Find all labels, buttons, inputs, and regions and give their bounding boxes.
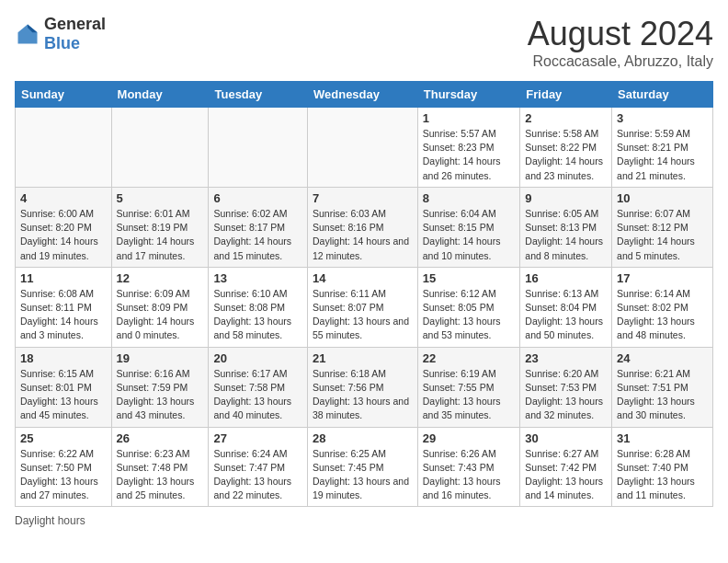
- logo-text: General Blue: [44, 15, 106, 53]
- header-friday: Friday: [520, 82, 612, 108]
- daylight-hours-label: Daylight hours: [15, 514, 85, 527]
- day-number: 2: [525, 111, 607, 125]
- day-info: Sunrise: 6:14 AM Sunset: 8:02 PM Dayligh…: [617, 287, 708, 343]
- header-thursday: Thursday: [417, 82, 520, 108]
- logo-general: General: [44, 15, 106, 33]
- header-monday: Monday: [111, 82, 209, 108]
- calendar-cell: 19Sunrise: 6:16 AM Sunset: 7:59 PM Dayli…: [111, 347, 209, 427]
- calendar-cell: 6Sunrise: 6:02 AM Sunset: 8:17 PM Daylig…: [209, 187, 308, 267]
- week-row-1: 1Sunrise: 5:57 AM Sunset: 8:23 PM Daylig…: [16, 108, 713, 188]
- calendar-cell: 7Sunrise: 6:03 AM Sunset: 8:16 PM Daylig…: [307, 187, 417, 267]
- day-info: Sunrise: 6:00 AM Sunset: 8:20 PM Dayligh…: [20, 207, 107, 263]
- day-info: Sunrise: 6:16 AM Sunset: 7:59 PM Dayligh…: [117, 367, 204, 423]
- calendar-cell: 15Sunrise: 6:12 AM Sunset: 8:05 PM Dayli…: [417, 267, 520, 347]
- day-number: 28: [313, 431, 413, 445]
- day-number: 3: [617, 111, 708, 125]
- week-row-4: 18Sunrise: 6:15 AM Sunset: 8:01 PM Dayli…: [16, 347, 713, 427]
- day-number: 19: [117, 351, 204, 365]
- calendar-cell: 27Sunrise: 6:24 AM Sunset: 7:47 PM Dayli…: [209, 427, 308, 507]
- day-info: Sunrise: 6:10 AM Sunset: 8:08 PM Dayligh…: [213, 287, 302, 343]
- calendar-table: SundayMondayTuesdayWednesdayThursdayFrid…: [15, 81, 713, 507]
- day-number: 31: [617, 431, 708, 445]
- day-info: Sunrise: 6:21 AM Sunset: 7:51 PM Dayligh…: [617, 367, 708, 423]
- day-info: Sunrise: 6:19 AM Sunset: 7:55 PM Dayligh…: [423, 367, 516, 423]
- header-sunday: Sunday: [16, 82, 112, 108]
- calendar-cell: [209, 108, 308, 188]
- day-info: Sunrise: 6:05 AM Sunset: 8:13 PM Dayligh…: [525, 207, 607, 263]
- day-number: 1: [423, 111, 516, 125]
- day-number: 24: [617, 351, 708, 365]
- day-info: Sunrise: 6:13 AM Sunset: 8:04 PM Dayligh…: [525, 287, 607, 343]
- day-number: 22: [423, 351, 516, 365]
- calendar-title: August 2024: [528, 15, 713, 53]
- day-info: Sunrise: 5:58 AM Sunset: 8:22 PM Dayligh…: [525, 127, 607, 183]
- day-number: 27: [213, 431, 302, 445]
- calendar-cell: 23Sunrise: 6:20 AM Sunset: 7:53 PM Dayli…: [520, 347, 612, 427]
- day-number: 16: [525, 271, 607, 285]
- day-number: 25: [20, 431, 107, 445]
- calendar-cell: 8Sunrise: 6:04 AM Sunset: 8:15 PM Daylig…: [417, 187, 520, 267]
- week-row-2: 4Sunrise: 6:00 AM Sunset: 8:20 PM Daylig…: [16, 187, 713, 267]
- day-info: Sunrise: 6:15 AM Sunset: 8:01 PM Dayligh…: [20, 367, 107, 423]
- calendar-cell: 18Sunrise: 6:15 AM Sunset: 8:01 PM Dayli…: [16, 347, 112, 427]
- calendar-subtitle: Roccacasale, Abruzzo, Italy: [528, 53, 713, 70]
- calendar-cell: [16, 108, 112, 188]
- title-block: August 2024 Roccacasale, Abruzzo, Italy: [528, 15, 713, 70]
- calendar-cell: 11Sunrise: 6:08 AM Sunset: 8:11 PM Dayli…: [16, 267, 112, 347]
- calendar-cell: 2Sunrise: 5:58 AM Sunset: 8:22 PM Daylig…: [520, 108, 612, 188]
- day-info: Sunrise: 5:57 AM Sunset: 8:23 PM Dayligh…: [423, 127, 516, 183]
- calendar-cell: 26Sunrise: 6:23 AM Sunset: 7:48 PM Dayli…: [111, 427, 209, 507]
- day-info: Sunrise: 6:09 AM Sunset: 8:09 PM Dayligh…: [117, 287, 204, 343]
- day-number: 15: [423, 271, 516, 285]
- day-info: Sunrise: 6:02 AM Sunset: 8:17 PM Dayligh…: [213, 207, 302, 263]
- day-info: Sunrise: 6:23 AM Sunset: 7:48 PM Dayligh…: [117, 447, 204, 503]
- day-info: Sunrise: 6:22 AM Sunset: 7:50 PM Dayligh…: [20, 447, 107, 503]
- day-info: Sunrise: 6:27 AM Sunset: 7:42 PM Dayligh…: [525, 447, 607, 503]
- day-info: Sunrise: 6:28 AM Sunset: 7:40 PM Dayligh…: [617, 447, 708, 503]
- day-info: Sunrise: 5:59 AM Sunset: 8:21 PM Dayligh…: [617, 127, 708, 183]
- logo-blue: Blue: [44, 34, 80, 52]
- calendar-cell: 13Sunrise: 6:10 AM Sunset: 8:08 PM Dayli…: [209, 267, 308, 347]
- calendar-cell: 1Sunrise: 5:57 AM Sunset: 8:23 PM Daylig…: [417, 108, 520, 188]
- logo: General Blue: [15, 15, 106, 53]
- day-info: Sunrise: 6:25 AM Sunset: 7:45 PM Dayligh…: [313, 447, 413, 503]
- day-number: 10: [617, 191, 708, 205]
- calendar-cell: 14Sunrise: 6:11 AM Sunset: 8:07 PM Dayli…: [307, 267, 417, 347]
- day-info: Sunrise: 6:24 AM Sunset: 7:47 PM Dayligh…: [213, 447, 302, 503]
- day-number: 20: [213, 351, 302, 365]
- calendar-cell: 21Sunrise: 6:18 AM Sunset: 7:56 PM Dayli…: [307, 347, 417, 427]
- day-number: 26: [117, 431, 204, 445]
- day-number: 9: [525, 191, 607, 205]
- day-number: 4: [20, 191, 107, 205]
- calendar-cell: 3Sunrise: 5:59 AM Sunset: 8:21 PM Daylig…: [612, 108, 713, 188]
- calendar-header-row: SundayMondayTuesdayWednesdayThursdayFrid…: [16, 82, 713, 108]
- calendar-cell: 28Sunrise: 6:25 AM Sunset: 7:45 PM Dayli…: [307, 427, 417, 507]
- calendar-cell: 4Sunrise: 6:00 AM Sunset: 8:20 PM Daylig…: [16, 187, 112, 267]
- calendar-cell: 22Sunrise: 6:19 AM Sunset: 7:55 PM Dayli…: [417, 347, 520, 427]
- header-tuesday: Tuesday: [209, 82, 308, 108]
- calendar-cell: 16Sunrise: 6:13 AM Sunset: 8:04 PM Dayli…: [520, 267, 612, 347]
- day-number: 7: [313, 191, 413, 205]
- day-number: 14: [313, 271, 413, 285]
- day-number: 8: [423, 191, 516, 205]
- day-info: Sunrise: 6:03 AM Sunset: 8:16 PM Dayligh…: [313, 207, 413, 263]
- day-info: Sunrise: 6:17 AM Sunset: 7:58 PM Dayligh…: [213, 367, 302, 423]
- day-number: 12: [117, 271, 204, 285]
- day-number: 23: [525, 351, 607, 365]
- calendar-cell: 12Sunrise: 6:09 AM Sunset: 8:09 PM Dayli…: [111, 267, 209, 347]
- day-number: 29: [423, 431, 516, 445]
- day-info: Sunrise: 6:01 AM Sunset: 8:19 PM Dayligh…: [117, 207, 204, 263]
- calendar-cell: 25Sunrise: 6:22 AM Sunset: 7:50 PM Dayli…: [16, 427, 112, 507]
- day-info: Sunrise: 6:11 AM Sunset: 8:07 PM Dayligh…: [313, 287, 413, 343]
- header-wednesday: Wednesday: [307, 82, 417, 108]
- day-info: Sunrise: 6:08 AM Sunset: 8:11 PM Dayligh…: [20, 287, 107, 343]
- calendar-cell: 20Sunrise: 6:17 AM Sunset: 7:58 PM Dayli…: [209, 347, 308, 427]
- day-info: Sunrise: 6:20 AM Sunset: 7:53 PM Dayligh…: [525, 367, 607, 423]
- calendar-cell: 5Sunrise: 6:01 AM Sunset: 8:19 PM Daylig…: [111, 187, 209, 267]
- week-row-5: 25Sunrise: 6:22 AM Sunset: 7:50 PM Dayli…: [16, 427, 713, 507]
- day-number: 18: [20, 351, 107, 365]
- day-number: 21: [313, 351, 413, 365]
- week-row-3: 11Sunrise: 6:08 AM Sunset: 8:11 PM Dayli…: [16, 267, 713, 347]
- day-info: Sunrise: 6:26 AM Sunset: 7:43 PM Dayligh…: [423, 447, 516, 503]
- day-info: Sunrise: 6:04 AM Sunset: 8:15 PM Dayligh…: [423, 207, 516, 263]
